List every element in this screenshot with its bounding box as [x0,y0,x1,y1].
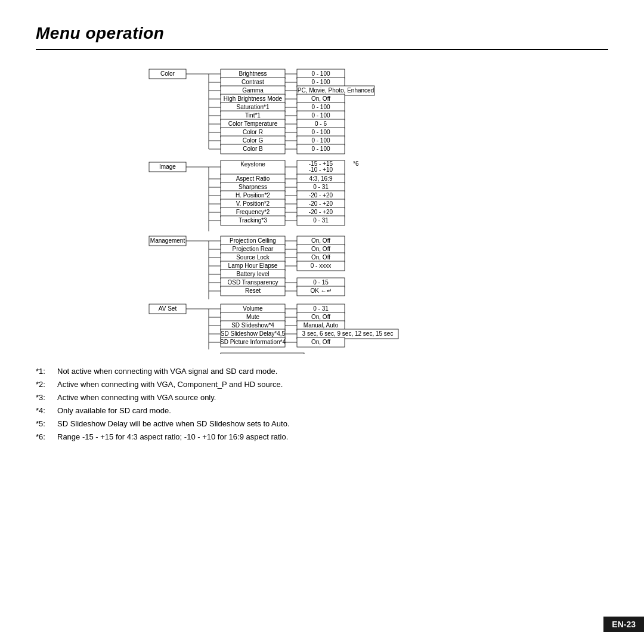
hpos-val: -20 - +20 [309,192,333,199]
hbm-val: On, Off [311,95,330,102]
page: Menu operation Color Brightness 0 - 100 … [0,0,644,644]
sat-label: Saturation*1 [236,104,269,110]
mute-val: On, Off [311,314,330,320]
gamma-val: PC, Movie, Photo, Enhanced [298,87,374,94]
page-number-badge: EN-23 [603,617,644,632]
mute-label: Mute [246,314,260,320]
note-3: *3: Active when connecting with VGA sour… [36,391,608,404]
note-2-num: *2: [36,378,54,391]
sdpic-val: On, Off [311,339,330,345]
note-6: *6: Range -15 - +15 for 4:3 aspect ratio… [36,431,608,444]
vpos-val: -20 - +20 [309,200,333,207]
volume-val: 0 - 31 [313,305,329,312]
mgmt-label: Management [150,237,185,244]
srclock-val: On, Off [311,254,330,261]
aspect-val: 4:3, 16:9 [309,175,333,182]
freq-label: Frequency*2 [236,209,270,215]
sdslide-label: SD Slideshow*4 [231,322,274,329]
track-val: 0 - 31 [313,217,329,224]
osd-val: 0 - 15 [313,279,329,286]
sdpic-label: SD Picture Information*4 [220,339,286,345]
projceiling-label: Projection Ceiling [230,237,276,244]
colorb-val: 0 - 100 [311,145,330,152]
sdslide-val: Manual, Auto [304,322,339,329]
avset-label: AV Set [159,305,177,312]
brightness-label: Brightness [239,70,267,77]
note-1: *1: Not active when connecting with VGA … [36,365,608,378]
title-divider [36,49,608,50]
note-4-num: *4: [36,404,54,417]
reset-label: Reset [245,287,261,294]
colorb-label: Color B [243,145,263,152]
osd-label: OSD Transparency [227,279,278,286]
gamma-label: Gamma [242,87,264,94]
projrear-val: On, Off [311,246,330,252]
tint-val: 0 - 100 [311,112,330,119]
colorg-val: 0 - 100 [311,137,330,144]
sat-val: 0 - 100 [311,104,330,110]
note-6-num: *6: [36,431,54,444]
hbm-label: High Brightness Mode [224,95,283,102]
sddelay-label: SD Slideshow Delay*4,5 [221,330,286,337]
note-4-text: Only available for SD card mode. [57,404,171,417]
sharpness-label: Sharpness [239,184,267,190]
lamp-label: Lamp Hour Elapse [228,262,278,269]
note-2-text: Active when connecting with VGA, Compone… [57,378,283,391]
sddelay-val: 3 sec, 6 sec, 9 sec, 12 sec, 15 sec [302,330,394,337]
keystone-label: Keystone [240,161,265,168]
note-3-num: *3: [36,391,54,404]
colortemp-val: 0 - 6 [315,120,327,127]
projrear-label: Projection Rear [233,246,274,252]
colortemp-label: Color Temperature [228,120,278,127]
note-5-text: SD Slideshow Delay will be active when S… [57,417,289,431]
colorr-label: Color R [243,129,263,135]
diagram-area: Color Brightness 0 - 100 Contrast 0 - 10… [36,62,608,354]
vpos-label: V. Position*2 [236,200,270,207]
image-label: Image [159,163,176,170]
colorg-label: Color G [243,137,264,144]
tint-label: Tint*1 [245,112,261,119]
colorr-val: 0 - 100 [311,129,330,135]
color-label: Color [160,70,175,77]
battery-label: Battery level [236,271,269,277]
aspect-label: Aspect Ratio [236,175,270,182]
page-title: Menu operation [36,24,608,43]
lamp-val: 0 - xxxx [311,262,331,269]
contrast-val: 0 - 100 [311,79,330,85]
keystone-val2: -10 - +10 [309,166,333,173]
track-label: Tracking*3 [239,217,267,224]
notes-section: *1: Not active when connecting with VGA … [36,365,608,444]
reset-val: OK ←↵ [310,287,331,294]
srclock-label: Source Lock [236,254,270,261]
note-3-text: Active when connecting with VGA source o… [57,391,216,404]
note-4: *4: Only available for SD card mode. [36,404,608,417]
brightness-val: 0 - 100 [311,70,330,77]
volume-label: Volume [243,305,263,312]
note-2: *2: Active when connecting with VGA, Com… [36,378,608,391]
svg-rect-129 [221,353,304,354]
note-1-text: Not active when connecting with VGA sign… [57,365,277,378]
keystone-note: *6 [353,160,359,167]
note-5: *5: SD Slideshow Delay will be active wh… [36,417,608,431]
contrast-label: Contrast [242,79,264,85]
sharpness-val: 0 - 31 [313,184,329,190]
menu-diagram: Color Brightness 0 - 100 Contrast 0 - 10… [143,62,501,354]
note-6-text: Range -15 - +15 for 4:3 aspect ratio; -1… [57,431,288,444]
note-5-num: *5: [36,417,54,431]
freq-val: -20 - +20 [309,209,333,215]
projceiling-val: On, Off [311,237,330,244]
hpos-label: H. Position*2 [236,192,270,199]
note-1-num: *1: [36,365,54,378]
